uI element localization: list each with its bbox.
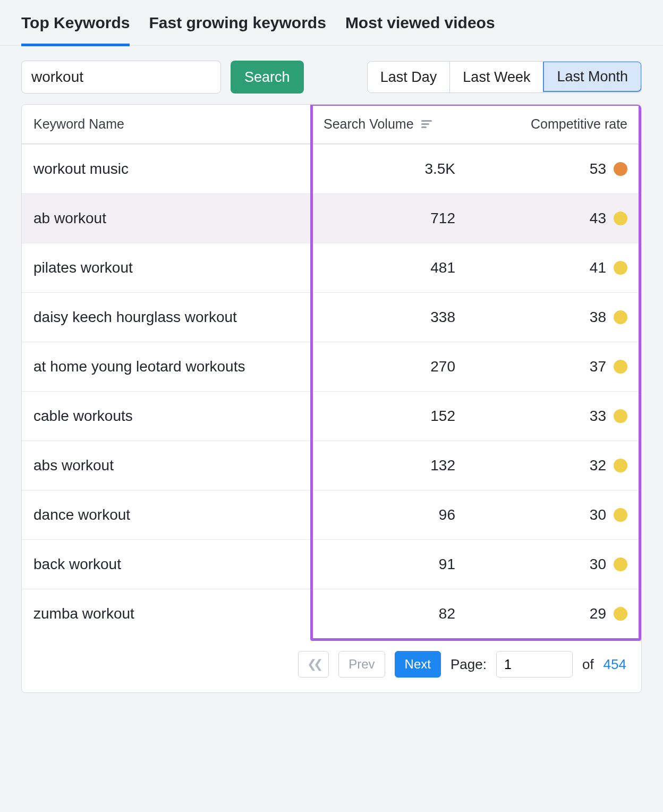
rate-value: 33	[590, 408, 606, 425]
table-row[interactable]: ab workout71243	[22, 193, 641, 243]
next-button[interactable]: Next	[395, 651, 441, 678]
rate-value: 43	[590, 210, 606, 227]
rate-value: 41	[590, 259, 606, 276]
rate-value: 30	[590, 556, 606, 573]
tab-fast-growing-keywords[interactable]: Fast growing keywords	[149, 14, 326, 46]
tab-top-keywords[interactable]: Top Keywords	[21, 14, 130, 46]
rate-cell: 53	[477, 145, 641, 193]
rate-indicator-icon	[614, 212, 627, 225]
table-row[interactable]: pilates workout48141	[22, 243, 641, 292]
rate-cell: 38	[477, 293, 641, 342]
rate-value: 30	[590, 506, 606, 523]
keywords-table: Keyword Name Search Volume Competitive r…	[21, 104, 642, 693]
volume-cell: 91	[312, 540, 477, 589]
of-label: of	[582, 656, 594, 673]
first-page-button[interactable]: ❮❮	[298, 651, 329, 678]
search-input[interactable]	[21, 61, 221, 94]
time-option-last-day[interactable]: Last Day	[368, 62, 450, 92]
col-search-volume[interactable]: Search Volume	[312, 105, 477, 143]
rate-indicator-icon	[614, 360, 627, 374]
rate-value: 32	[590, 457, 606, 474]
rate-value: 53	[590, 160, 606, 177]
volume-cell: 481	[312, 243, 477, 292]
rate-cell: 41	[477, 243, 641, 292]
total-pages-link[interactable]: 454	[604, 656, 626, 673]
rate-value: 37	[590, 358, 606, 375]
volume-cell: 152	[312, 392, 477, 441]
keyword-cell: workout music	[22, 145, 312, 193]
pagination: ❮❮ Prev Next Page: of 454	[22, 638, 641, 692]
keyword-cell: cable workouts	[22, 392, 312, 441]
table-row[interactable]: daisy keech hourglass workout33838	[22, 292, 641, 342]
table-row[interactable]: at home young leotard workouts27037	[22, 342, 641, 391]
rate-indicator-icon	[614, 557, 627, 571]
table-header: Keyword Name Search Volume Competitive r…	[22, 105, 641, 144]
rate-value: 38	[590, 309, 606, 326]
page-input[interactable]	[496, 651, 573, 678]
rate-indicator-icon	[614, 508, 627, 522]
table-row[interactable]: back workout9130	[22, 539, 641, 589]
rate-indicator-icon	[614, 409, 627, 423]
col-competitive-rate[interactable]: Competitive rate	[477, 105, 641, 143]
rate-cell: 30	[477, 540, 641, 589]
keyword-cell: at home young leotard workouts	[22, 342, 312, 391]
sort-desc-icon	[421, 120, 432, 128]
volume-cell: 3.5K	[312, 145, 477, 193]
rate-cell: 43	[477, 194, 641, 243]
table-row[interactable]: dance workout9630	[22, 490, 641, 539]
volume-cell: 712	[312, 194, 477, 243]
rate-cell: 37	[477, 342, 641, 391]
time-option-last-week[interactable]: Last Week	[450, 62, 543, 92]
prev-button[interactable]: Prev	[338, 651, 385, 678]
rate-cell: 30	[477, 490, 641, 539]
keyword-cell: daisy keech hourglass workout	[22, 293, 312, 342]
rate-indicator-icon	[614, 162, 627, 176]
tabs-bar: Top KeywordsFast growing keywordsMost vi…	[0, 0, 663, 46]
rate-indicator-icon	[614, 459, 627, 472]
volume-cell: 132	[312, 441, 477, 490]
rate-cell: 32	[477, 441, 641, 490]
table-row[interactable]: abs workout13232	[22, 441, 641, 490]
time-filter-toggle: Last DayLast WeekLast Month	[367, 61, 642, 93]
page-label: Page:	[450, 656, 487, 673]
chevron-double-left-icon: ❮❮	[307, 657, 320, 671]
keyword-cell: back workout	[22, 540, 312, 589]
volume-cell: 270	[312, 342, 477, 391]
col-search-volume-label: Search Volume	[324, 116, 414, 132]
rate-indicator-icon	[614, 607, 627, 621]
table-row[interactable]: cable workouts15233	[22, 391, 641, 441]
time-option-last-month[interactable]: Last Month	[543, 61, 642, 92]
table-row[interactable]: zumba workout8229	[22, 589, 641, 638]
volume-cell: 338	[312, 293, 477, 342]
volume-cell: 82	[312, 589, 477, 638]
keyword-cell: abs workout	[22, 441, 312, 490]
volume-cell: 96	[312, 490, 477, 539]
table-row[interactable]: workout music3.5K53	[22, 144, 641, 193]
keyword-cell: zumba workout	[22, 589, 312, 638]
keyword-cell: ab workout	[22, 194, 312, 243]
table-body: workout music3.5K53ab workout71243pilate…	[22, 144, 641, 638]
rate-cell: 29	[477, 589, 641, 638]
col-keyword-name[interactable]: Keyword Name	[22, 105, 312, 143]
rate-cell: 33	[477, 392, 641, 441]
rate-value: 29	[590, 605, 606, 622]
rate-indicator-icon	[614, 310, 627, 324]
search-button[interactable]: Search	[231, 61, 304, 94]
tab-most-viewed-videos[interactable]: Most viewed videos	[345, 14, 495, 46]
keyword-cell: dance workout	[22, 490, 312, 539]
controls-row: Search Last DayLast WeekLast Month	[21, 61, 642, 94]
rate-indicator-icon	[614, 261, 627, 275]
keyword-cell: pilates workout	[22, 243, 312, 292]
